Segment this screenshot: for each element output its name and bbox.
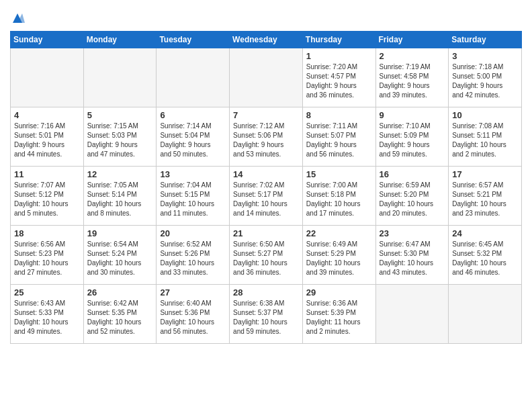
calendar-cell: 14Sunrise: 7:02 AM Sunset: 5:17 PM Dayli… — [230, 167, 303, 226]
day-number: 5 — [87, 110, 153, 120]
calendar-cell: 1Sunrise: 7:20 AM Sunset: 4:57 PM Daylig… — [302, 48, 375, 107]
calendar-cell: 26Sunrise: 6:42 AM Sunset: 5:35 PM Dayli… — [83, 285, 157, 344]
header-day-wednesday: Wednesday — [230, 32, 303, 48]
header-day-tuesday: Tuesday — [157, 32, 230, 48]
day-info: Sunrise: 7:18 AM Sunset: 5:00 PM Dayligh… — [452, 62, 518, 100]
calendar-cell: 25Sunrise: 6:43 AM Sunset: 5:33 PM Dayli… — [11, 285, 84, 344]
day-number: 2 — [380, 51, 445, 61]
day-info: Sunrise: 7:20 AM Sunset: 4:57 PM Dayligh… — [306, 62, 372, 100]
day-number: 17 — [452, 169, 518, 179]
calendar-cell: 12Sunrise: 7:05 AM Sunset: 5:14 PM Dayli… — [83, 167, 157, 226]
day-info: Sunrise: 7:15 AM Sunset: 5:03 PM Dayligh… — [87, 122, 153, 159]
calendar-week-0: 1Sunrise: 7:20 AM Sunset: 4:57 PM Daylig… — [11, 48, 522, 107]
day-number: 16 — [380, 169, 445, 179]
day-info: Sunrise: 7:05 AM Sunset: 5:14 PM Dayligh… — [87, 181, 153, 218]
day-info: Sunrise: 7:04 AM Sunset: 5:15 PM Dayligh… — [160, 181, 226, 218]
day-info: Sunrise: 6:57 AM Sunset: 5:21 PM Dayligh… — [452, 181, 518, 218]
day-number: 15 — [306, 169, 372, 179]
calendar-cell: 24Sunrise: 6:45 AM Sunset: 5:32 PM Dayli… — [449, 226, 522, 285]
day-info: Sunrise: 7:02 AM Sunset: 5:17 PM Dayligh… — [233, 181, 299, 218]
day-number: 12 — [87, 169, 153, 179]
calendar-cell — [157, 48, 230, 107]
calendar-cell: 15Sunrise: 7:00 AM Sunset: 5:18 PM Dayli… — [302, 167, 375, 226]
calendar-cell — [11, 48, 84, 107]
header-day-monday: Monday — [83, 32, 157, 48]
day-number: 6 — [160, 110, 226, 120]
calendar-cell: 5Sunrise: 7:15 AM Sunset: 5:03 PM Daylig… — [83, 107, 157, 167]
calendar-cell: 4Sunrise: 7:16 AM Sunset: 5:01 PM Daylig… — [11, 107, 84, 167]
day-number: 11 — [14, 169, 80, 179]
calendar-week-1: 4Sunrise: 7:16 AM Sunset: 5:01 PM Daylig… — [11, 107, 522, 167]
day-number: 25 — [14, 287, 80, 298]
day-info: Sunrise: 7:16 AM Sunset: 5:01 PM Dayligh… — [14, 122, 80, 159]
day-number: 18 — [14, 228, 80, 238]
calendar-cell: 23Sunrise: 6:47 AM Sunset: 5:30 PM Dayli… — [375, 226, 449, 285]
calendar-cell — [375, 285, 449, 344]
calendar-cell: 9Sunrise: 7:10 AM Sunset: 5:09 PM Daylig… — [375, 107, 449, 167]
calendar-header-row: SundayMondayTuesdayWednesdayThursdayFrid… — [11, 32, 522, 48]
calendar-week-4: 25Sunrise: 6:43 AM Sunset: 5:33 PM Dayli… — [11, 285, 522, 344]
day-number: 4 — [14, 110, 80, 120]
header-day-sunday: Sunday — [11, 32, 84, 48]
header-day-friday: Friday — [375, 32, 449, 48]
day-info: Sunrise: 7:19 AM Sunset: 4:58 PM Dayligh… — [380, 62, 445, 100]
calendar-cell: 29Sunrise: 6:36 AM Sunset: 5:39 PM Dayli… — [302, 285, 375, 344]
day-info: Sunrise: 7:14 AM Sunset: 5:04 PM Dayligh… — [160, 122, 226, 159]
calendar-cell: 28Sunrise: 6:38 AM Sunset: 5:37 PM Dayli… — [230, 285, 303, 344]
calendar-cell — [449, 285, 522, 344]
day-number: 21 — [233, 228, 299, 238]
day-info: Sunrise: 7:11 AM Sunset: 5:07 PM Dayligh… — [306, 122, 372, 159]
day-number: 26 — [87, 287, 153, 298]
calendar-cell: 20Sunrise: 6:52 AM Sunset: 5:26 PM Dayli… — [157, 226, 230, 285]
calendar-body: 1Sunrise: 7:20 AM Sunset: 4:57 PM Daylig… — [11, 48, 522, 344]
day-number: 20 — [160, 228, 226, 238]
day-info: Sunrise: 6:52 AM Sunset: 5:26 PM Dayligh… — [160, 240, 226, 277]
day-info: Sunrise: 6:43 AM Sunset: 5:33 PM Dayligh… — [14, 299, 80, 336]
day-number: 23 — [380, 228, 445, 238]
calendar-cell: 7Sunrise: 7:12 AM Sunset: 5:06 PM Daylig… — [230, 107, 303, 167]
day-info: Sunrise: 6:42 AM Sunset: 5:35 PM Dayligh… — [87, 299, 153, 336]
calendar-cell: 17Sunrise: 6:57 AM Sunset: 5:21 PM Dayli… — [449, 167, 522, 226]
day-number: 13 — [160, 169, 226, 179]
day-info: Sunrise: 6:36 AM Sunset: 5:39 PM Dayligh… — [306, 299, 372, 336]
day-info: Sunrise: 6:49 AM Sunset: 5:29 PM Dayligh… — [306, 240, 372, 277]
day-info: Sunrise: 6:54 AM Sunset: 5:24 PM Dayligh… — [87, 240, 153, 277]
day-info: Sunrise: 6:56 AM Sunset: 5:23 PM Dayligh… — [14, 240, 80, 277]
day-number: 22 — [306, 228, 372, 238]
day-info: Sunrise: 7:12 AM Sunset: 5:06 PM Dayligh… — [233, 122, 299, 159]
day-info: Sunrise: 7:07 AM Sunset: 5:12 PM Dayligh… — [14, 181, 80, 218]
day-info: Sunrise: 6:40 AM Sunset: 5:36 PM Dayligh… — [160, 299, 226, 336]
day-number: 9 — [380, 110, 445, 120]
day-number: 14 — [233, 169, 299, 179]
header-day-thursday: Thursday — [302, 32, 375, 48]
calendar-cell: 27Sunrise: 6:40 AM Sunset: 5:36 PM Dayli… — [157, 285, 230, 344]
logo — [10, 11, 26, 26]
day-number: 24 — [452, 228, 518, 238]
calendar-cell: 3Sunrise: 7:18 AM Sunset: 5:00 PM Daylig… — [449, 48, 522, 107]
day-number: 3 — [452, 51, 518, 61]
calendar-cell: 11Sunrise: 7:07 AM Sunset: 5:12 PM Dayli… — [11, 167, 84, 226]
day-info: Sunrise: 6:47 AM Sunset: 5:30 PM Dayligh… — [380, 240, 445, 277]
calendar-cell: 6Sunrise: 7:14 AM Sunset: 5:04 PM Daylig… — [157, 107, 230, 167]
calendar-cell: 22Sunrise: 6:49 AM Sunset: 5:29 PM Dayli… — [302, 226, 375, 285]
calendar-week-3: 18Sunrise: 6:56 AM Sunset: 5:23 PM Dayli… — [11, 226, 522, 285]
logo-icon — [10, 11, 25, 26]
day-info: Sunrise: 6:50 AM Sunset: 5:27 PM Dayligh… — [233, 240, 299, 277]
day-number: 8 — [306, 110, 372, 120]
calendar-week-2: 11Sunrise: 7:07 AM Sunset: 5:12 PM Dayli… — [11, 167, 522, 226]
calendar-cell — [83, 48, 157, 107]
day-number: 19 — [87, 228, 153, 238]
calendar-cell: 18Sunrise: 6:56 AM Sunset: 5:23 PM Dayli… — [11, 226, 84, 285]
calendar-cell: 2Sunrise: 7:19 AM Sunset: 4:58 PM Daylig… — [375, 48, 449, 107]
calendar-table: SundayMondayTuesdayWednesdayThursdayFrid… — [10, 31, 522, 344]
header-day-saturday: Saturday — [449, 32, 522, 48]
calendar-cell: 21Sunrise: 6:50 AM Sunset: 5:27 PM Dayli… — [230, 226, 303, 285]
day-number: 27 — [160, 287, 226, 298]
page-header — [10, 7, 522, 26]
day-info: Sunrise: 7:00 AM Sunset: 5:18 PM Dayligh… — [306, 181, 372, 218]
day-number: 29 — [306, 287, 372, 298]
day-info: Sunrise: 7:10 AM Sunset: 5:09 PM Dayligh… — [380, 122, 445, 159]
day-info: Sunrise: 6:59 AM Sunset: 5:20 PM Dayligh… — [380, 181, 445, 218]
calendar-cell: 10Sunrise: 7:08 AM Sunset: 5:11 PM Dayli… — [449, 107, 522, 167]
day-number: 10 — [452, 110, 518, 120]
